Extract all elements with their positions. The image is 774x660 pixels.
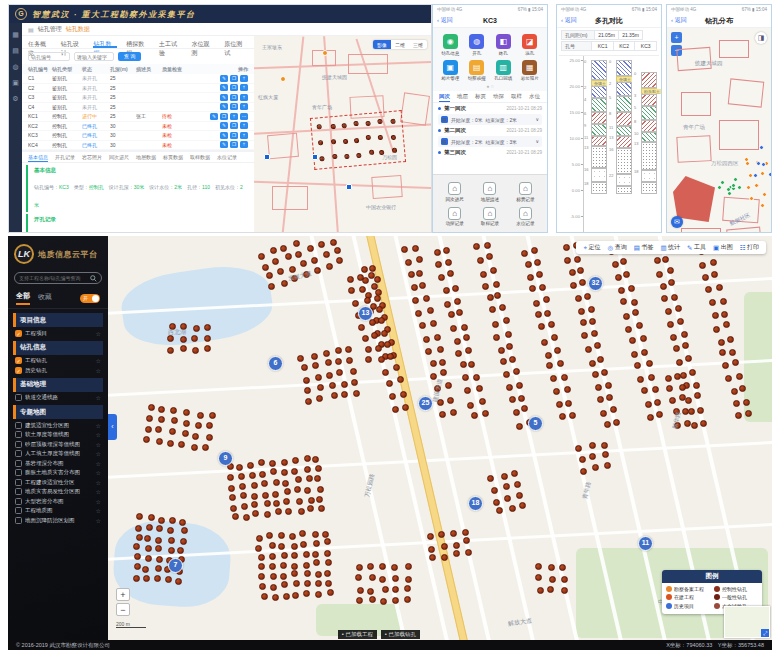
- row-action-button[interactable]: ✎: [220, 103, 228, 110]
- tab-土工试验[interactable]: 土工试验: [159, 38, 183, 48]
- app-shortcut[interactable]: ▥孔口回填: [490, 60, 517, 82]
- loaded-pill[interactable]: ▪ 已加载工程: [338, 630, 377, 639]
- record-tab-动探[interactable]: 动探: [493, 93, 504, 102]
- table-row[interactable]: KC2控制孔已终孔30未检✎❐⇡: [22, 122, 254, 132]
- row-action-button[interactable]: ❐: [220, 113, 228, 120]
- table-row[interactable]: KC4控制孔已终孔30未检✎❐⇡: [22, 141, 254, 151]
- row-action-button[interactable]: ✎: [220, 94, 228, 101]
- row-action-button[interactable]: ✎: [220, 75, 228, 82]
- row-action-button[interactable]: ✎: [210, 113, 218, 120]
- cluster-marker[interactable]: 9: [218, 451, 233, 466]
- project-map[interactable]: 王家墩东红旗大厦青年广场统建天城园万松园中国农业银行影像二维三维: [254, 36, 431, 232]
- row-action-button[interactable]: ❐: [230, 94, 238, 101]
- layer-item[interactable]: ✓历史钻孔☆: [13, 364, 103, 374]
- layer-item[interactable]: 人工填土厚度等值线图☆: [13, 448, 103, 458]
- sheet-shortcut[interactable]: ⌂回次进尺: [437, 182, 472, 202]
- round-depths[interactable]: ▤开始深度：2米结束深度：3米∨: [438, 136, 542, 147]
- layer-item[interactable]: 轨道交通线路☆: [13, 392, 103, 402]
- layer-checkbox[interactable]: [15, 488, 22, 495]
- layer-checkbox[interactable]: [15, 517, 22, 524]
- toolbar-出图[interactable]: ▣出图: [713, 243, 733, 252]
- app-shortcut[interactable]: ◍开孔: [464, 34, 491, 56]
- cluster-marker[interactable]: 7: [168, 558, 183, 573]
- layer-item[interactable]: ✓工程钻孔☆: [13, 355, 103, 365]
- group-header[interactable]: 项目信息: [13, 313, 103, 327]
- info-value[interactable]: 21.35m: [619, 30, 643, 40]
- minimap-expand-icon[interactable]: ⤢: [761, 629, 769, 637]
- row-action-button[interactable]: ⇡: [230, 113, 238, 120]
- layer-item[interactable]: 建筑适宜性分区图☆: [13, 419, 103, 429]
- layer-item[interactable]: 砂层顶板埋深等值线图☆: [13, 438, 103, 448]
- breadcrumb-current[interactable]: 钻孔数据: [66, 25, 90, 34]
- cluster-marker[interactable]: 11: [638, 536, 653, 551]
- tab-槽探数据[interactable]: 槽探数据: [126, 38, 150, 48]
- layer-checkbox[interactable]: [15, 441, 22, 448]
- menu-icon[interactable]: ▦: [12, 31, 19, 38]
- cluster-marker[interactable]: 6: [268, 356, 283, 371]
- tab-钻孔设计[interactable]: 钻孔设计: [61, 38, 85, 48]
- sheet-shortcut[interactable]: ⌂动探记录: [437, 207, 472, 227]
- app-shortcut[interactable]: ◉钻孔信息: [437, 34, 464, 56]
- toolbar-打印[interactable]: ☷打印: [740, 243, 759, 252]
- search-button[interactable]: 查 询: [118, 52, 141, 61]
- record-tab-回次[interactable]: 回次: [439, 93, 450, 102]
- layers-icon[interactable]: ▣: [12, 79, 19, 86]
- chart-icon[interactable]: ◍: [12, 63, 18, 70]
- star-icon[interactable]: ☆: [96, 394, 101, 401]
- star-icon[interactable]: ☆: [96, 479, 101, 486]
- info-value[interactable]: 21.05m: [595, 30, 619, 40]
- cluster-marker[interactable]: 18: [468, 496, 483, 511]
- group-header[interactable]: 专题地图: [13, 405, 103, 419]
- tab-任务概览[interactable]: 任务概览: [28, 38, 52, 48]
- row-action-button[interactable]: ❐: [230, 75, 238, 82]
- sheet-shortcut[interactable]: ⌂水位记录: [508, 207, 543, 227]
- star-icon[interactable]: ☆: [96, 450, 101, 457]
- layer-item[interactable]: 大型岩溶分布图☆: [13, 495, 103, 505]
- star-icon[interactable]: ☆: [96, 330, 101, 337]
- row-action-button[interactable]: ✎: [220, 141, 228, 148]
- app-shortcut[interactable]: ▤钻探班报: [464, 60, 491, 82]
- sheet-shortcut[interactable]: ⌂标贯记录: [508, 182, 543, 202]
- record-tab-标贯[interactable]: 标贯: [475, 93, 486, 102]
- app-shortcut[interactable]: ◧终孔: [490, 34, 517, 56]
- star-icon[interactable]: ☆: [96, 469, 101, 476]
- row-action-button[interactable]: ❐: [230, 84, 238, 91]
- layer-checkbox[interactable]: [15, 507, 22, 514]
- toolbar-工具[interactable]: ✎工具: [687, 243, 706, 252]
- toolbar-统计[interactable]: ▥统计: [660, 243, 680, 252]
- app-shortcut[interactable]: ▣相片管理: [437, 60, 464, 82]
- group-header[interactable]: 钻孔信息: [13, 341, 103, 355]
- detail-tab-标贯数据[interactable]: 标贯数据: [163, 154, 183, 162]
- sheet-shortcut[interactable]: ⌂地层描述: [472, 182, 507, 202]
- star-icon[interactable]: ☆: [96, 460, 101, 467]
- tab-favorites[interactable]: 收藏: [38, 292, 52, 304]
- table-row[interactable]: C1鉴别孔未开孔25✎❐⇡: [22, 74, 254, 84]
- overview-minimap[interactable]: ⤢: [724, 606, 770, 638]
- table-row[interactable]: C4鉴别孔未开孔25✎❐⇡: [22, 103, 254, 113]
- cluster-marker[interactable]: 32: [588, 276, 603, 291]
- cluster-marker[interactable]: 5: [528, 416, 543, 431]
- toolbar-查询[interactable]: ◎查询: [608, 243, 627, 252]
- row-action-button[interactable]: ❐: [230, 103, 238, 110]
- info-value[interactable]: KC3: [635, 41, 657, 51]
- round-depths[interactable]: ▤开始深度：0米结束深度：2米∨: [438, 114, 542, 125]
- row-action-button[interactable]: ⇡: [240, 84, 248, 91]
- row-action-button[interactable]: ⇡: [240, 141, 248, 148]
- row-action-button[interactable]: ✎: [220, 84, 228, 91]
- star-icon[interactable]: ☆: [96, 422, 101, 429]
- row-action-button[interactable]: ✎: [220, 122, 228, 129]
- round-item[interactable]: 第三回次2021-10-21 08:29: [433, 147, 547, 156]
- tab-水位观测[interactable]: 水位观测: [192, 38, 216, 48]
- layer-checkbox[interactable]: [15, 450, 22, 457]
- star-icon[interactable]: ☆: [96, 517, 101, 524]
- toggle-option-影像[interactable]: 影像: [373, 40, 391, 49]
- info-value[interactable]: KC1: [592, 41, 614, 51]
- star-icon[interactable]: ☆: [96, 498, 101, 505]
- toggle-option-三维[interactable]: 三维: [409, 40, 427, 49]
- layer-item[interactable]: 软土厚度等值线图☆: [13, 429, 103, 439]
- table-row[interactable]: C3鉴别孔未开孔25✎❐⇡: [22, 93, 254, 103]
- detail-tab-开孔记录[interactable]: 开孔记录: [55, 154, 75, 162]
- layers-icon[interactable]: ◨: [755, 32, 767, 44]
- layer-checkbox[interactable]: ✓: [15, 367, 22, 374]
- row-action-button[interactable]: ❐: [230, 141, 238, 148]
